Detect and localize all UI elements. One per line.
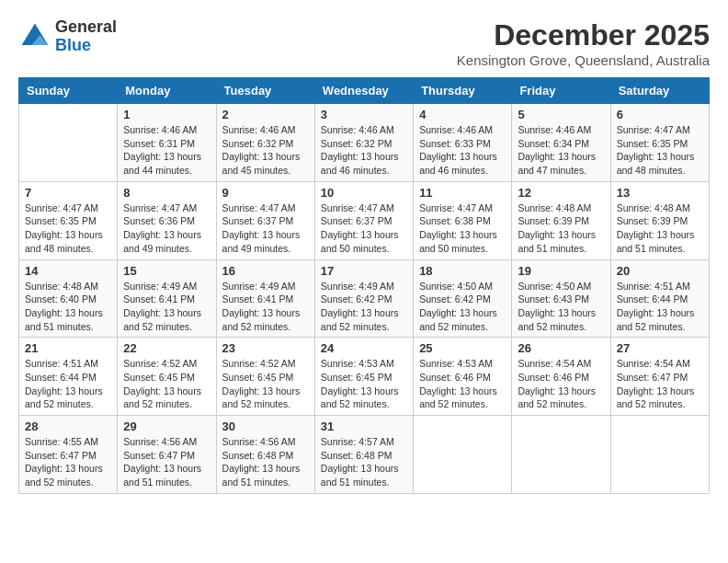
weekday-header-row: SundayMondayTuesdayWednesdayThursdayFrid…	[19, 78, 710, 104]
day-info: Sunrise: 4:52 AM Sunset: 6:45 PM Dayligh…	[123, 357, 210, 411]
day-number: 15	[123, 264, 210, 278]
weekday-header: Tuesday	[216, 78, 314, 104]
day-number: 25	[419, 341, 506, 355]
day-info: Sunrise: 4:49 AM Sunset: 6:42 PM Dayligh…	[321, 280, 407, 334]
day-info: Sunrise: 4:49 AM Sunset: 6:41 PM Dayligh…	[123, 280, 210, 334]
calendar-cell: 24Sunrise: 4:53 AM Sunset: 6:45 PM Dayli…	[314, 338, 413, 416]
day-info: Sunrise: 4:51 AM Sunset: 6:44 PM Dayligh…	[25, 357, 111, 411]
day-info: Sunrise: 4:48 AM Sunset: 6:39 PM Dayligh…	[518, 201, 604, 256]
calendar-cell: 26Sunrise: 4:54 AM Sunset: 6:46 PM Dayli…	[512, 338, 610, 416]
location-title: Kensington Grove, Queensland, Australia	[457, 52, 710, 68]
day-number: 13	[617, 186, 703, 200]
calendar-cell: 27Sunrise: 4:54 AM Sunset: 6:47 PM Dayli…	[610, 338, 709, 416]
calendar-week-row: 21Sunrise: 4:51 AM Sunset: 6:44 PM Dayli…	[19, 338, 710, 416]
weekday-header: Wednesday	[314, 78, 413, 104]
day-number: 22	[123, 341, 210, 355]
day-number: 17	[321, 264, 407, 278]
calendar-cell: 4Sunrise: 4:46 AM Sunset: 6:33 PM Daylig…	[414, 104, 512, 182]
calendar-cell: 17Sunrise: 4:49 AM Sunset: 6:42 PM Dayli…	[314, 259, 413, 338]
calendar-cell: 3Sunrise: 4:46 AM Sunset: 6:32 PM Daylig…	[314, 104, 413, 182]
calendar-cell: 8Sunrise: 4:47 AM Sunset: 6:36 PM Daylig…	[118, 181, 216, 259]
calendar-cell: 18Sunrise: 4:50 AM Sunset: 6:42 PM Dayli…	[414, 259, 512, 338]
weekday-header: Monday	[118, 78, 216, 104]
calendar-cell: 10Sunrise: 4:47 AM Sunset: 6:37 PM Dayli…	[314, 181, 413, 259]
calendar-cell: 21Sunrise: 4:51 AM Sunset: 6:44 PM Dayli…	[19, 338, 118, 416]
calendar-cell	[512, 416, 610, 494]
day-info: Sunrise: 4:47 AM Sunset: 6:37 PM Dayligh…	[222, 201, 309, 256]
day-number: 5	[518, 108, 604, 121]
day-info: Sunrise: 4:46 AM Sunset: 6:34 PM Dayligh…	[518, 123, 604, 178]
logo-icon	[18, 20, 51, 53]
day-number: 2	[222, 108, 309, 121]
calendar-table: SundayMondayTuesdayWednesdayThursdayFrid…	[18, 77, 710, 494]
calendar-cell: 22Sunrise: 4:52 AM Sunset: 6:45 PM Dayli…	[118, 338, 216, 416]
day-number: 23	[222, 341, 309, 355]
day-info: Sunrise: 4:54 AM Sunset: 6:46 PM Dayligh…	[518, 357, 604, 411]
day-info: Sunrise: 4:47 AM Sunset: 6:38 PM Dayligh…	[419, 201, 506, 256]
calendar-cell	[19, 104, 118, 182]
calendar-cell: 28Sunrise: 4:55 AM Sunset: 6:47 PM Dayli…	[19, 416, 118, 494]
calendar-cell: 6Sunrise: 4:47 AM Sunset: 6:35 PM Daylig…	[610, 104, 709, 182]
logo-line2: Blue	[55, 37, 117, 55]
day-info: Sunrise: 4:47 AM Sunset: 6:35 PM Dayligh…	[25, 201, 111, 256]
day-number: 18	[419, 264, 506, 278]
calendar-cell: 7Sunrise: 4:47 AM Sunset: 6:35 PM Daylig…	[19, 181, 118, 259]
calendar-cell: 23Sunrise: 4:52 AM Sunset: 6:45 PM Dayli…	[216, 338, 314, 416]
weekday-header: Thursday	[414, 78, 512, 104]
calendar-cell: 31Sunrise: 4:57 AM Sunset: 6:48 PM Dayli…	[314, 416, 413, 494]
calendar-cell: 9Sunrise: 4:47 AM Sunset: 6:37 PM Daylig…	[216, 181, 314, 259]
calendar-cell: 12Sunrise: 4:48 AM Sunset: 6:39 PM Dayli…	[512, 181, 610, 259]
day-number: 28	[25, 419, 111, 433]
day-info: Sunrise: 4:46 AM Sunset: 6:32 PM Dayligh…	[222, 123, 309, 178]
logo-line1: General	[55, 18, 117, 37]
calendar-cell: 19Sunrise: 4:50 AM Sunset: 6:43 PM Dayli…	[512, 259, 610, 338]
day-info: Sunrise: 4:50 AM Sunset: 6:42 PM Dayligh…	[419, 280, 506, 334]
day-number: 3	[321, 108, 407, 121]
calendar-cell: 1Sunrise: 4:46 AM Sunset: 6:31 PM Daylig…	[118, 104, 216, 182]
day-number: 21	[25, 341, 111, 355]
month-title: December 2025	[457, 18, 710, 52]
day-info: Sunrise: 4:46 AM Sunset: 6:33 PM Dayligh…	[419, 123, 506, 178]
day-number: 27	[617, 341, 703, 355]
day-number: 7	[25, 186, 111, 200]
calendar-week-row: 7Sunrise: 4:47 AM Sunset: 6:35 PM Daylig…	[19, 181, 710, 259]
day-info: Sunrise: 4:52 AM Sunset: 6:45 PM Dayligh…	[222, 357, 309, 411]
calendar-cell	[610, 416, 709, 494]
day-info: Sunrise: 4:54 AM Sunset: 6:47 PM Dayligh…	[617, 357, 703, 411]
day-number: 14	[25, 264, 111, 278]
weekday-header: Saturday	[610, 78, 709, 104]
weekday-header: Friday	[512, 78, 610, 104]
calendar-cell: 30Sunrise: 4:56 AM Sunset: 6:48 PM Dayli…	[216, 416, 314, 494]
day-number: 26	[518, 341, 604, 355]
day-number: 29	[123, 419, 210, 433]
logo-text: General Blue	[55, 18, 117, 55]
day-number: 8	[123, 186, 210, 200]
calendar-cell: 25Sunrise: 4:53 AM Sunset: 6:46 PM Dayli…	[414, 338, 512, 416]
day-info: Sunrise: 4:55 AM Sunset: 6:47 PM Dayligh…	[25, 435, 111, 489]
day-number: 31	[321, 419, 407, 433]
calendar-cell: 5Sunrise: 4:46 AM Sunset: 6:34 PM Daylig…	[512, 104, 610, 182]
day-info: Sunrise: 4:51 AM Sunset: 6:44 PM Dayligh…	[617, 280, 703, 334]
day-number: 12	[518, 186, 604, 200]
day-number: 9	[222, 186, 309, 200]
calendar-cell: 11Sunrise: 4:47 AM Sunset: 6:38 PM Dayli…	[414, 181, 512, 259]
day-number: 20	[617, 264, 703, 278]
calendar-cell: 20Sunrise: 4:51 AM Sunset: 6:44 PM Dayli…	[610, 259, 709, 338]
day-info: Sunrise: 4:48 AM Sunset: 6:40 PM Dayligh…	[25, 280, 111, 334]
day-info: Sunrise: 4:53 AM Sunset: 6:46 PM Dayligh…	[419, 357, 506, 411]
calendar-week-row: 1Sunrise: 4:46 AM Sunset: 6:31 PM Daylig…	[19, 104, 710, 182]
calendar-cell: 16Sunrise: 4:49 AM Sunset: 6:41 PM Dayli…	[216, 259, 314, 338]
day-info: Sunrise: 4:47 AM Sunset: 6:36 PM Dayligh…	[123, 201, 210, 256]
day-info: Sunrise: 4:47 AM Sunset: 6:37 PM Dayligh…	[321, 201, 407, 256]
day-info: Sunrise: 4:56 AM Sunset: 6:48 PM Dayligh…	[222, 435, 309, 489]
calendar-cell: 14Sunrise: 4:48 AM Sunset: 6:40 PM Dayli…	[19, 259, 118, 338]
calendar-cell	[414, 416, 512, 494]
day-number: 4	[419, 108, 506, 121]
day-info: Sunrise: 4:48 AM Sunset: 6:39 PM Dayligh…	[617, 201, 703, 256]
day-number: 6	[617, 108, 703, 121]
day-number: 16	[222, 264, 309, 278]
day-info: Sunrise: 4:57 AM Sunset: 6:48 PM Dayligh…	[321, 435, 407, 489]
calendar-week-row: 14Sunrise: 4:48 AM Sunset: 6:40 PM Dayli…	[19, 259, 710, 338]
day-info: Sunrise: 4:50 AM Sunset: 6:43 PM Dayligh…	[518, 280, 604, 334]
day-info: Sunrise: 4:56 AM Sunset: 6:47 PM Dayligh…	[123, 435, 210, 489]
